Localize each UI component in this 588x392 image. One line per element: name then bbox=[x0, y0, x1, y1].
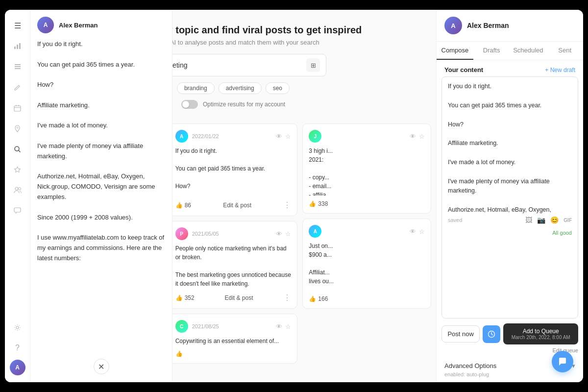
search-nav-icon[interactable] bbox=[9, 140, 26, 158]
post-column-2: A 2022/01/22 👁 ☆ If you do it right.You … bbox=[169, 123, 298, 368]
panel-user-avatar: A bbox=[444, 17, 462, 34]
like-count: 👍86 bbox=[175, 202, 191, 209]
settings-nav-icon[interactable] bbox=[9, 318, 26, 336]
svg-point-10 bbox=[17, 127, 18, 128]
filter-tag-seo[interactable]: seo bbox=[266, 82, 290, 94]
post-meta: 2021/08/25 bbox=[192, 323, 276, 329]
queue-date-label: March 20th, 2022, 8:00 AM bbox=[503, 335, 578, 340]
editor-status: saved 🖼 📷 😊 GIF bbox=[442, 214, 578, 227]
svg-rect-6 bbox=[14, 106, 21, 111]
bookmark-icon[interactable]: ☆ bbox=[285, 323, 291, 330]
svg-rect-1 bbox=[17, 45, 18, 49]
visibility-icon[interactable]: 👁 bbox=[276, 230, 282, 238]
close-detail-button[interactable]: ✕ bbox=[94, 359, 109, 374]
post-actions-top: 👁 ☆ bbox=[276, 323, 291, 330]
svg-point-14 bbox=[18, 188, 21, 190]
optimize-label: Optimize results for my account bbox=[203, 101, 285, 108]
queue-clock-button[interactable] bbox=[483, 325, 500, 343]
image-editor-icon[interactable]: 🖼 bbox=[525, 216, 532, 224]
editor-textarea[interactable]: If you do it right. You can get paid 365… bbox=[442, 77, 578, 214]
add-queue-label: Add to Queue bbox=[523, 328, 559, 335]
post-detail-overlay: A Alex Berman If you do it right. You ca… bbox=[30, 10, 172, 382]
edit-post-button[interactable]: Edit & post bbox=[223, 202, 251, 209]
search-input[interactable] bbox=[157, 61, 302, 69]
panel-user-header: A Alex Berman bbox=[437, 10, 583, 42]
bookmark-icon[interactable]: ☆ bbox=[285, 133, 291, 140]
post-header: A 2022/01/22 👁 ☆ bbox=[175, 130, 292, 143]
list-icon[interactable] bbox=[9, 58, 26, 75]
post-footer: 👍352 Edit & post ⋮ bbox=[175, 293, 292, 302]
post-now-button[interactable]: Post now bbox=[441, 325, 480, 343]
visibility-icon[interactable]: 👁 bbox=[410, 133, 416, 140]
your-content-title: Your content bbox=[444, 66, 483, 74]
post-actions-top: 👁 ☆ bbox=[276, 230, 291, 238]
panel-tabs: Compose Drafts Scheduled Sent bbox=[437, 42, 583, 60]
post-meta: 2022/01/22 bbox=[192, 133, 276, 139]
more-options-icon[interactable]: ⋮ bbox=[283, 293, 291, 302]
bookmark-icon[interactable]: ☆ bbox=[419, 133, 425, 140]
like-number: 338 bbox=[318, 200, 328, 207]
users-nav-icon[interactable] bbox=[9, 181, 26, 199]
post-card: C 2021/08/25 👁 ☆ Copywriting is an essen… bbox=[169, 314, 298, 364]
panel-username: Alex Berman bbox=[467, 22, 509, 29]
tab-drafts[interactable]: Drafts bbox=[473, 42, 510, 60]
your-content-header: Your content + New draft bbox=[437, 60, 583, 76]
post-footer: 👍338 bbox=[309, 200, 425, 207]
all-good-badge: All good bbox=[552, 230, 572, 236]
edit-icon[interactable] bbox=[9, 78, 26, 96]
filter-icon[interactable]: ⊞ bbox=[306, 58, 320, 72]
like-count: 👍352 bbox=[175, 294, 195, 301]
svg-point-13 bbox=[15, 187, 18, 190]
photo-editor-icon[interactable]: 📷 bbox=[537, 216, 545, 224]
bookmark-icon[interactable]: ☆ bbox=[285, 230, 291, 238]
filter-tag-advertising[interactable]: advertising bbox=[219, 82, 262, 94]
editor-icons: 🖼 📷 😊 GIF bbox=[525, 216, 572, 224]
post-actions-top: 👁 ☆ bbox=[410, 228, 425, 235]
analytics-icon[interactable] bbox=[9, 37, 26, 55]
advanced-options-sub: enabled: auto-plug bbox=[437, 371, 583, 382]
chat-bubble-button[interactable] bbox=[552, 351, 573, 372]
user-avatar[interactable]: A bbox=[10, 360, 25, 375]
location-icon[interactable] bbox=[9, 120, 26, 137]
post-avatar: A bbox=[309, 225, 321, 238]
svg-line-21 bbox=[491, 334, 493, 335]
tab-sent[interactable]: Sent bbox=[546, 42, 583, 60]
post-body: People only notice marketing when it's b… bbox=[175, 244, 292, 288]
edit-post-button[interactable]: Edit & post bbox=[224, 294, 253, 301]
svg-line-12 bbox=[19, 150, 21, 152]
star-nav-icon[interactable] bbox=[9, 161, 26, 178]
help-nav-icon[interactable]: ? bbox=[9, 339, 26, 357]
tab-scheduled[interactable]: Scheduled bbox=[510, 42, 547, 60]
optimize-toggle[interactable] bbox=[181, 100, 198, 109]
add-to-queue-button[interactable]: Add to Queue March 20th, 2022, 8:00 AM bbox=[503, 323, 578, 344]
post-avatar: C bbox=[175, 320, 188, 333]
post-card: J 👁 ☆ 3 high i...2021:- copy...- email..… bbox=[302, 123, 431, 214]
new-draft-button[interactable]: + New draft bbox=[545, 67, 575, 74]
filter-tag-branding[interactable]: branding bbox=[177, 82, 215, 94]
calendar-icon[interactable] bbox=[9, 99, 26, 117]
tab-compose[interactable]: Compose bbox=[437, 42, 473, 60]
more-options-icon[interactable]: ⋮ bbox=[283, 200, 291, 210]
emoji-editor-icon[interactable]: 😊 bbox=[550, 216, 559, 224]
post-body: 3 high i...2021:- copy...- email...- aff… bbox=[309, 147, 425, 196]
menu-icon[interactable]: ☰ bbox=[9, 17, 26, 34]
post-meta: 2021/05/05 bbox=[192, 231, 276, 237]
visibility-icon[interactable]: 👁 bbox=[276, 323, 282, 330]
post-card: A 2022/01/22 👁 ☆ If you do it right.You … bbox=[169, 123, 298, 216]
post-buttons-row: Post now Add to Queue March 20th, 2022, … bbox=[437, 318, 583, 347]
post-actions-top: 👁 ☆ bbox=[276, 133, 291, 140]
like-number: 352 bbox=[185, 294, 195, 301]
gif-editor-icon[interactable]: GIF bbox=[564, 218, 572, 223]
detail-username: Alex Berman bbox=[59, 22, 98, 29]
content-editor: If you do it right. You can get paid 365… bbox=[441, 76, 578, 318]
visibility-icon[interactable]: 👁 bbox=[276, 133, 282, 140]
post-column-3: J 👁 ☆ 3 high i...2021:- copy...- email..… bbox=[302, 123, 431, 368]
chat-nav-icon[interactable] bbox=[9, 202, 26, 220]
post-avatar: A bbox=[175, 130, 188, 143]
bookmark-icon[interactable]: ☆ bbox=[419, 228, 425, 235]
like-number: 86 bbox=[185, 202, 191, 209]
svg-point-11 bbox=[15, 147, 19, 151]
visibility-icon[interactable]: 👁 bbox=[410, 228, 416, 235]
post-body: If you do it right.You can get paid 365 … bbox=[175, 147, 292, 196]
svg-rect-15 bbox=[14, 208, 21, 212]
